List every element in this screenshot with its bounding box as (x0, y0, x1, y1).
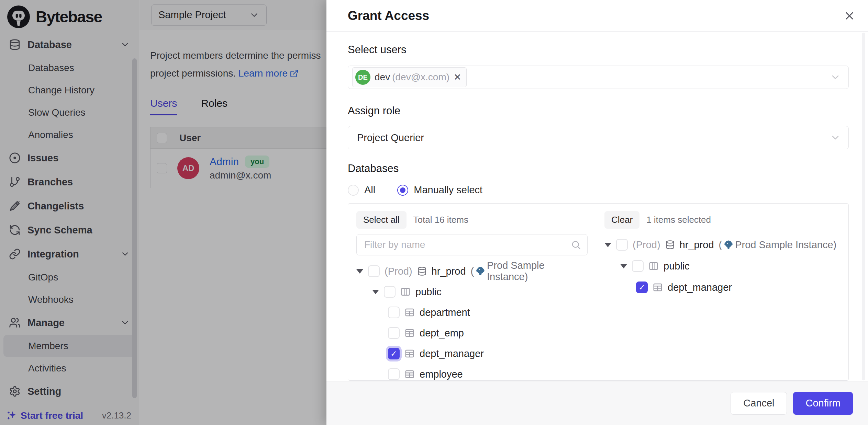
selected-count-label: 1 items selected (646, 215, 711, 225)
instance-label: ( Prod Sample Instance) (719, 239, 837, 251)
database-icon (417, 266, 427, 276)
table-icon (653, 282, 663, 292)
instance-label: ( Prod Sample Instance) (471, 260, 588, 283)
checkbox[interactable] (388, 307, 400, 318)
modal-title: Grant Access (348, 9, 429, 23)
schema-icon (400, 287, 411, 297)
database-name: hr_prod (680, 239, 714, 251)
database-name: hr_prod (432, 266, 466, 277)
postgresql-icon (475, 266, 486, 276)
radio-manually-select[interactable] (397, 185, 408, 196)
checkbox-checked[interactable] (388, 348, 400, 359)
postgresql-icon (723, 240, 734, 250)
checkbox[interactable] (616, 239, 628, 251)
select-all-button[interactable]: Select all (356, 211, 407, 229)
chip-user-email: (dev@x.com) (392, 72, 449, 83)
remove-user-icon[interactable]: ✕ (454, 73, 461, 82)
modal-header: Grant Access (326, 0, 868, 32)
checkbox[interactable] (384, 286, 396, 298)
table-name: dept_manager (668, 282, 732, 293)
tree-row-table[interactable]: department (356, 302, 588, 323)
database-icon (665, 240, 675, 250)
schema-name: public (664, 261, 690, 272)
tree-row-schema[interactable]: public (604, 255, 840, 277)
user-chip: DE dev (dev@x.com) ✕ (352, 67, 467, 87)
radio-all[interactable] (348, 185, 359, 196)
total-items-label: Total 16 items (413, 215, 468, 225)
table-icon (404, 328, 415, 338)
cancel-button[interactable]: Cancel (731, 392, 787, 415)
chevron-down-icon[interactable] (830, 132, 841, 143)
search-icon (571, 240, 581, 250)
caret-down-icon[interactable] (620, 264, 627, 268)
caret-down-icon[interactable] (372, 290, 379, 294)
role-select[interactable]: Project Querier (348, 126, 849, 149)
tree-row-table-selected[interactable]: dept_manager (604, 277, 840, 298)
chevron-down-icon[interactable] (830, 72, 841, 83)
source-tree: (Prod) hr_prod ( Prod Sample Instance) (356, 261, 588, 380)
schema-name: public (415, 286, 442, 298)
filter-input[interactable] (364, 239, 571, 250)
tree-row-table[interactable]: employee (356, 364, 588, 380)
env-label: (Prod) (385, 266, 412, 277)
source-panel: Select all Total 16 items (Prod) (348, 204, 596, 380)
modal-body: Select users DE dev (dev@x.com) ✕ Assign… (326, 32, 868, 381)
checkbox[interactable] (632, 260, 644, 272)
table-icon (404, 348, 415, 359)
bytebase-app: Bytebase Database Databases Change Histo… (0, 0, 868, 425)
database-scope-radios: All Manually select (348, 184, 849, 196)
checkbox[interactable] (368, 265, 380, 277)
tree-row-database[interactable]: (Prod) hr_prod ( Prod Sample Instance) (356, 261, 588, 282)
checkbox[interactable] (388, 368, 400, 380)
tree-row-table[interactable]: dept_emp (356, 323, 588, 343)
table-icon (404, 369, 415, 379)
tree-row-table-selected[interactable]: dept_manager (356, 343, 588, 364)
radio-manual-label: Manually select (414, 184, 482, 196)
table-name: department (420, 307, 470, 318)
close-icon[interactable] (843, 10, 856, 22)
filter-box (356, 234, 588, 255)
tree-row-database[interactable]: (Prod) hr_prod ( Prod Sample Instance) (604, 234, 840, 255)
table-icon (404, 307, 415, 318)
select-users-label: Select users (348, 44, 849, 56)
env-label: (Prod) (633, 239, 660, 251)
assign-role-label: Assign role (348, 105, 849, 117)
table-name: employee (420, 369, 463, 380)
database-transfer: Select all Total 16 items (Prod) (348, 203, 849, 381)
grant-access-modal: Grant Access Select users DE dev (dev@x.… (326, 0, 868, 425)
databases-label: Databases (348, 162, 849, 175)
modal-scrollbar[interactable] (862, 33, 865, 380)
selected-tree: (Prod) hr_prod ( Prod Sample Instance) (604, 234, 840, 298)
radio-all-label: All (364, 184, 375, 196)
role-value: Project Querier (357, 132, 424, 143)
tree-row-schema[interactable]: public (356, 282, 588, 302)
caret-down-icon[interactable] (356, 269, 363, 274)
avatar: DE (355, 70, 370, 85)
table-name: dept_emp (420, 328, 464, 339)
table-name: dept_manager (420, 348, 484, 359)
modal-footer: Cancel Confirm (326, 381, 868, 425)
checkbox-checked[interactable] (636, 282, 648, 293)
clear-button[interactable]: Clear (604, 211, 639, 229)
chip-user-name: dev (375, 72, 390, 83)
users-multiselect[interactable]: DE dev (dev@x.com) ✕ (348, 66, 849, 89)
schema-icon (648, 261, 659, 271)
caret-down-icon[interactable] (604, 243, 611, 247)
selected-panel: Clear 1 items selected (Prod) hr_prod ( (596, 204, 848, 380)
checkbox[interactable] (388, 327, 400, 339)
confirm-button[interactable]: Confirm (793, 392, 853, 415)
